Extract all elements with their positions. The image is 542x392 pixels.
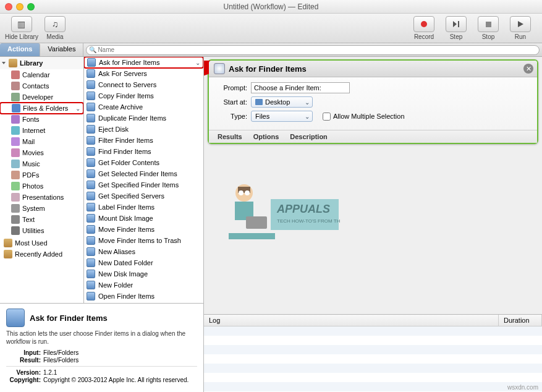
action-item[interactable]: New Dated Folder [84,257,203,268]
card-body: Prompt: Start at: Desktop Type: Files [209,77,537,130]
action-item-label: Move Finder Items to Trash [98,237,181,244]
library-item[interactable]: Contacts [0,80,83,92]
action-item[interactable]: Get Specified Servers [84,190,203,202]
library-item[interactable]: Photos [0,181,83,192]
finder-icon [87,270,95,278]
log-rows [204,326,542,391]
action-item[interactable]: Move Finder Items to Trash [84,235,203,246]
library-item[interactable]: PDFs [0,169,83,181]
library-item[interactable]: Text [0,214,83,225]
action-item[interactable]: Filter Finder Items [84,135,203,146]
finder-icon [87,258,95,267]
library-item[interactable]: System [0,203,83,214]
action-item-label: Get Specified Finder Items [98,181,179,189]
action-item[interactable]: Label Finder Items [84,202,203,213]
action-item[interactable]: Duplicate Finder Items [84,113,203,124]
action-item-label: Get Selected Finder Items [98,170,177,177]
prompt-input[interactable] [251,82,350,93]
library-icon [9,59,17,67]
library-item[interactable]: Files & Folders [0,103,83,114]
action-item[interactable]: Create Archive [84,101,203,113]
footer-options[interactable]: Options [253,133,279,140]
action-item[interactable]: Eject Disk [84,124,203,135]
action-item[interactable]: Find Finder Items [84,146,203,157]
library-item[interactable]: Internet [0,125,83,136]
tab-variables[interactable]: Variables [40,43,83,56]
category-icon [11,70,20,79]
action-item[interactable]: Open Finder Items [84,291,203,302]
workflow-canvas[interactable]: Ask for Finder Items ✕ Prompt: Start at:… [204,57,542,392]
action-item[interactable]: Move Finder Items [84,224,203,235]
action-item[interactable]: Get Specified Finder Items [84,179,203,190]
record-label: Record [413,33,434,40]
library-item[interactable]: Recently Added [0,249,83,260]
stop-button[interactable]: Stop [478,16,499,40]
finder-icon [87,281,95,289]
library-item-label: Developer [22,93,53,101]
library-item-label: PDFs [22,171,40,179]
library-item[interactable]: Presentations [0,192,83,203]
folder-icon [4,239,12,247]
finder-icon [87,225,95,234]
action-item[interactable]: Get Folder Contents [84,157,203,168]
library-title: Library [20,59,43,67]
action-item-label: New Aliases [98,248,135,255]
allow-multiple-checkbox[interactable] [323,113,331,121]
library-item[interactable]: Developer [0,92,83,103]
log-col-log[interactable]: Log [204,315,499,326]
action-item-label: Find Finder Items [98,148,151,155]
library-header[interactable]: Library [0,57,83,69]
info-input-value: Files/Folders [43,349,197,356]
prompt-label: Prompt: [215,84,247,92]
library-item[interactable]: Utilities [0,225,83,236]
start-at-label: Start at: [215,98,247,106]
record-button[interactable]: Record [413,16,434,40]
finder-icon [87,147,95,156]
library-item[interactable]: Movies [0,147,83,158]
category-icon [11,137,20,146]
action-item[interactable]: Get Selected Finder Items [84,168,203,179]
type-select[interactable]: Files [251,111,313,122]
search-input[interactable] [86,45,540,55]
svg-text:TECH HOW-TO'S FROM THE EXPERTS: TECH HOW-TO'S FROM THE EXPERTS! [277,218,340,224]
library-item-label: Utilities [22,227,44,234]
library-item[interactable]: Music [0,158,83,169]
action-item-label: Mount Disk Image [98,215,153,222]
action-item[interactable]: Mount Disk Image [84,213,203,224]
library-item-label: Internet [22,127,45,134]
info-icon [6,309,25,327]
card-icon [214,63,225,74]
step-label: Step [446,33,467,40]
record-icon [421,21,427,27]
library-item-label: Contacts [22,82,49,90]
action-item[interactable]: New Folder [84,279,203,291]
library-item[interactable]: Mail [0,136,83,147]
action-item[interactable]: Connect to Servers [84,79,203,90]
library-item[interactable]: Calendar [0,69,83,80]
action-item-label: Eject Disk [98,126,129,133]
footer-results[interactable]: Results [218,133,242,140]
titlebar: Untitled (Workflow) — Edited [0,0,542,14]
info-input-label: Input: [6,349,43,356]
footer-description[interactable]: Description [290,133,328,140]
close-card-button[interactable]: ✕ [523,64,533,74]
action-item[interactable]: Copy Finder Items [84,90,203,101]
hide-library-button[interactable]: ▥ Hide Library [5,16,38,40]
category-icon [11,171,20,179]
media-button[interactable]: ♫ Media [44,16,66,40]
action-item[interactable]: Ask For Servers [84,68,203,79]
library-item[interactable]: Fonts [0,114,83,125]
start-at-select[interactable]: Desktop [251,96,313,108]
action-item[interactable]: New Aliases [84,246,203,257]
card-header[interactable]: Ask for Finder Items ✕ [209,61,537,77]
finder-icon [87,203,95,211]
log-col-duration[interactable]: Duration [499,315,542,326]
library-item[interactable]: Most Used [0,237,83,249]
run-button[interactable]: Run [510,16,531,40]
action-item[interactable]: Ask for Finder Items [84,57,203,68]
action-card: Ask for Finder Items ✕ Prompt: Start at:… [208,59,538,144]
step-button[interactable]: Step [446,16,467,40]
finder-icon [87,236,95,245]
action-item[interactable]: New Disk Image [84,268,203,279]
tab-actions[interactable]: Actions [0,43,40,56]
